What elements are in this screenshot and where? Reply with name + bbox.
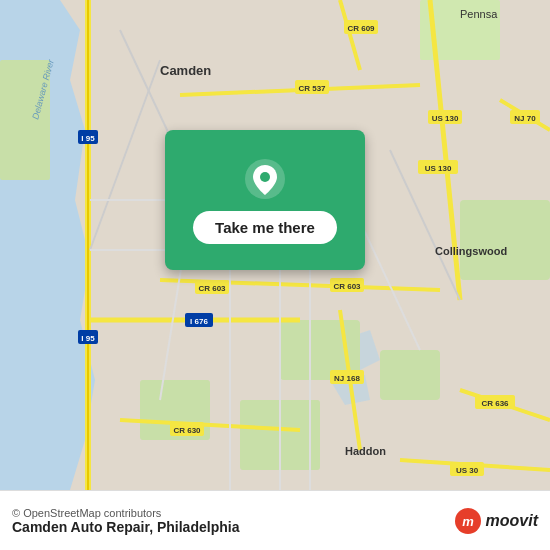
- moovit-brand-icon: m: [454, 507, 482, 535]
- svg-text:Haddon: Haddon: [345, 445, 386, 457]
- svg-text:CR 636: CR 636: [481, 399, 509, 408]
- location-card: Take me there: [165, 130, 365, 270]
- bottom-bar: © OpenStreetMap contributors Camden Auto…: [0, 490, 550, 550]
- svg-text:CR 537: CR 537: [298, 84, 326, 93]
- svg-text:Collingswood: Collingswood: [435, 245, 507, 257]
- svg-text:Camden: Camden: [160, 63, 211, 78]
- svg-text:US 130: US 130: [425, 164, 452, 173]
- svg-text:I 95: I 95: [81, 334, 95, 343]
- app-info: © OpenStreetMap contributors Camden Auto…: [12, 507, 239, 535]
- location-city: Philadelphia: [157, 519, 239, 535]
- location-title: Camden Auto Repair, Philadelphia: [12, 519, 239, 535]
- svg-text:US 30: US 30: [456, 466, 479, 475]
- svg-text:NJ 70: NJ 70: [514, 114, 536, 123]
- location-pin-icon: [243, 157, 287, 201]
- svg-rect-5: [380, 350, 440, 400]
- moovit-logo-text: moovit: [486, 512, 538, 530]
- svg-text:I 95: I 95: [81, 134, 95, 143]
- svg-text:NJ 168: NJ 168: [334, 374, 360, 383]
- moovit-logo: m moovit: [454, 507, 538, 535]
- svg-text:US 130: US 130: [432, 114, 459, 123]
- svg-text:m: m: [462, 514, 474, 529]
- svg-rect-8: [460, 200, 550, 280]
- map-container: I 95 I 95 I 676 CR 537 CR 609 US 130 US …: [0, 0, 550, 490]
- svg-text:Pennsa: Pennsa: [460, 8, 498, 20]
- svg-text:CR 603: CR 603: [333, 282, 361, 291]
- svg-text:I 676: I 676: [190, 317, 208, 326]
- svg-point-67: [260, 172, 270, 182]
- location-name: Camden Auto Repair: [12, 519, 149, 535]
- osm-credit: © OpenStreetMap contributors: [12, 507, 161, 519]
- take-me-there-button[interactable]: Take me there: [193, 211, 337, 244]
- svg-text:CR 630: CR 630: [173, 426, 201, 435]
- svg-text:CR 603: CR 603: [198, 284, 226, 293]
- svg-text:CR 609: CR 609: [347, 24, 375, 33]
